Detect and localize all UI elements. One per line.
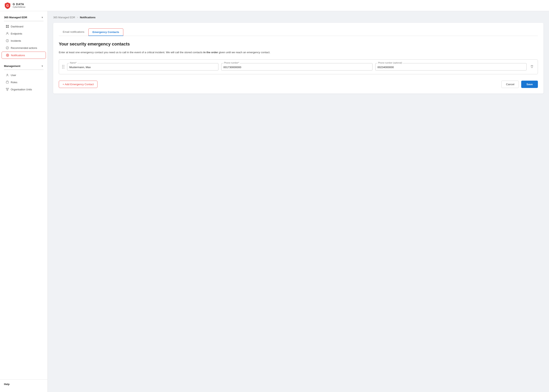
sidebar-item-label: Incidents	[11, 39, 21, 42]
content-card: Email notifications Emergency Contacts Y…	[53, 23, 543, 93]
sidebar-item-label: Recommended actions	[11, 47, 37, 49]
sidebar-section-edr[interactable]: 365 Managed EDR ▼	[0, 14, 48, 21]
phone1-field-group: Phone number*	[221, 63, 373, 70]
breadcrumb-separator: >	[77, 16, 78, 19]
svg-rect-14	[7, 90, 8, 91]
tab-emergency-contacts[interactable]: Emergency Contacts	[88, 28, 123, 36]
add-contact-label: + Add Emergency Contact	[63, 83, 94, 86]
breadcrumb-current: Notifications	[80, 16, 96, 19]
svg-rect-2	[7, 25, 9, 26]
svg-point-5	[7, 32, 8, 34]
svg-point-9	[7, 55, 8, 56]
trash-icon	[530, 65, 534, 68]
drag-dots	[62, 65, 64, 69]
sidebar-item-label: Notifications	[11, 54, 25, 57]
logo-icon: G	[4, 2, 11, 9]
sidebar-item-notifications[interactable]: Notifications	[2, 52, 46, 59]
logo: G G DATA CyberDefense	[4, 2, 25, 9]
breadcrumb: 365 Managed EDR > Notifications	[53, 16, 543, 19]
endpoints-icon	[6, 32, 9, 35]
svg-rect-12	[6, 88, 7, 89]
sidebar-divider2	[4, 70, 43, 70]
bottom-actions: + Add Emergency Contact Cancel Save	[59, 81, 538, 88]
tabs-container: Email notifications Emergency Contacts	[59, 28, 538, 36]
tab-email-notifications[interactable]: Email notifications	[59, 28, 88, 36]
roles-icon	[6, 80, 9, 84]
sidebar-item-incidents[interactable]: Incidents	[2, 37, 46, 44]
sidebar-item-label: User	[11, 74, 16, 77]
breadcrumb-parent: 365 Managed EDR	[53, 16, 75, 19]
sidebar-help[interactable]: Help	[0, 379, 48, 389]
phone1-input[interactable]	[221, 63, 373, 70]
svg-rect-3	[6, 27, 7, 28]
logo-text: G DATA CyberDefense	[13, 3, 25, 8]
cancel-button[interactable]: Cancel	[501, 81, 519, 88]
sidebar: 365 Managed EDR ▼ Dashboard Endpoints In…	[0, 11, 48, 392]
dashboard-icon	[6, 25, 9, 28]
sidebar-item-recommended[interactable]: Recommended actions	[2, 44, 46, 51]
sidebar-item-label: Roles	[11, 81, 17, 84]
svg-point-10	[7, 74, 8, 75]
sidebar-section-management[interactable]: Management ▼	[0, 63, 48, 69]
name-label: Name*	[69, 62, 77, 64]
svg-rect-4	[7, 27, 9, 28]
phone1-label: Phone number*	[223, 62, 240, 64]
svg-rect-1	[6, 25, 7, 26]
sidebar-item-roles[interactable]: Roles	[2, 79, 46, 86]
phone2-label: Phone number (optional)	[377, 62, 403, 64]
user-icon	[6, 73, 9, 77]
name-input[interactable]	[67, 63, 218, 70]
chevron-down-icon: ▼	[41, 16, 43, 19]
topbar: G G DATA CyberDefense	[0, 0, 549, 11]
right-actions: Cancel Save	[501, 81, 538, 88]
sidebar-item-endpoints[interactable]: Endpoints	[2, 30, 46, 37]
chevron-down-icon: ▼	[41, 65, 43, 68]
org-icon	[6, 88, 9, 91]
sidebar-item-label: Organisation Units	[11, 88, 32, 91]
drag-handle[interactable]	[62, 65, 64, 69]
sidebar-item-dashboard[interactable]: Dashboard	[2, 23, 46, 30]
svg-rect-11	[6, 81, 8, 83]
section-title: Your security emergency contacts	[59, 42, 538, 47]
svg-point-8	[6, 54, 9, 56]
incidents-icon	[6, 39, 9, 42]
svg-rect-13	[8, 88, 9, 89]
add-emergency-contact-button[interactable]: + Add Emergency Contact	[59, 81, 97, 88]
sidebar-divider	[4, 21, 43, 21]
svg-text:G: G	[6, 4, 9, 7]
delete-contact-button[interactable]	[529, 64, 535, 70]
sidebar-item-org-units[interactable]: Organisation Units	[2, 86, 46, 93]
sidebar-item-label: Dashboard	[11, 25, 23, 28]
phone2-input[interactable]	[375, 63, 527, 70]
notifications-icon	[6, 53, 9, 57]
recommended-icon	[6, 46, 9, 50]
sidebar-item-user[interactable]: User	[2, 72, 46, 78]
main-content: 365 Managed EDR > Notifications Email no…	[48, 11, 549, 392]
contact-row: Name* Phone number* Phone number (option…	[59, 59, 538, 74]
section-description: Enter at least one emergency contact you…	[59, 50, 538, 55]
name-field-group: Name*	[67, 63, 218, 70]
save-button[interactable]: Save	[521, 81, 538, 88]
phone2-field-group: Phone number (optional)	[375, 63, 527, 70]
sidebar-item-label: Endpoints	[11, 32, 22, 35]
